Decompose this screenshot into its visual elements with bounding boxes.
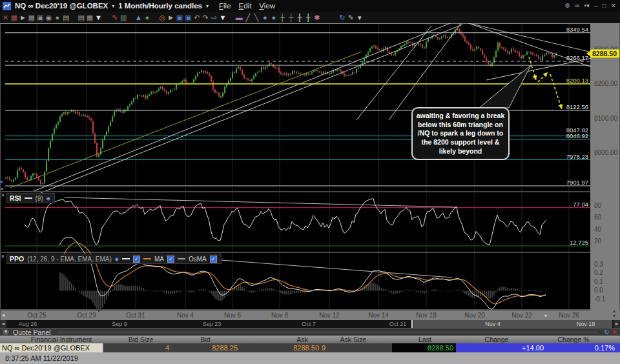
date-label: Nov 4	[177, 312, 194, 319]
legend-checkbox[interactable]: ✓	[167, 256, 174, 263]
restore-icon[interactable]: □	[603, 3, 606, 9]
trendline2-icon[interactable]: ╲	[253, 12, 260, 23]
arrow-right-icon[interactable]: ⇨	[211, 12, 218, 23]
ppo-legend: ✓MA✓OsMA✓	[122, 256, 217, 263]
scroll-marker-icon[interactable]: ▴	[1, 185, 3, 191]
chart-plot-area[interactable]	[5, 24, 590, 310]
column-header-last[interactable]: Last	[418, 336, 431, 343]
cursor-icon[interactable]: ►	[19, 12, 26, 23]
panel-icon[interactable]: ▣	[36, 12, 44, 23]
date-label: Nov 18	[416, 312, 437, 319]
overview-date-label: Nov 18	[577, 321, 595, 327]
date-label: Nov 8	[271, 312, 289, 319]
detach-icon[interactable]: ↻	[604, 329, 609, 336]
box-blue-icon[interactable]: ▣	[176, 12, 183, 23]
column-header-ask[interactable]: Ask	[296, 336, 308, 343]
column-header-bid[interactable]: Bid	[200, 336, 210, 343]
menu-file[interactable]: File	[219, 2, 231, 10]
bars-icon[interactable]: ▥	[119, 12, 127, 23]
overview-window-handle[interactable]	[411, 320, 413, 328]
marker1-icon[interactable]: ┼	[278, 12, 286, 23]
close-icon[interactable]: ✕	[611, 3, 616, 9]
close-panel-icon[interactable]: ✕	[612, 329, 617, 336]
undo-icon[interactable]: ↶	[193, 12, 201, 23]
rsi-edit-icon[interactable]: ◆	[46, 196, 50, 201]
eraser-icon[interactable]: ▬	[235, 12, 243, 23]
layout-icon[interactable]: ▦	[86, 12, 94, 23]
overview-date-label: Oct 21	[389, 321, 407, 327]
collapse-quote-panel-icon[interactable]: ▼	[3, 329, 9, 335]
legend-label: MA	[154, 256, 164, 263]
triangle-tool-icon[interactable]: ▲	[135, 12, 143, 23]
ppo-panel-header: PPO (12, 26, 9 - EMA, EMA, EMA) ◆ ✓MA✓Os…	[6, 254, 222, 264]
chart-annotation-note[interactable]: awaiting & favoring a break below this 6…	[411, 107, 510, 160]
minimize-icon[interactable]: –	[594, 3, 598, 9]
circle-tool-icon[interactable]: ●	[143, 12, 151, 23]
chart-canvas[interactable]: Oct 25Oct 29Oct 31Nov 4Nov 6Nov 8Nov 12N…	[0, 0, 620, 364]
draw-pencil-icon[interactable]: ✎	[111, 12, 119, 23]
date-label: Nov 20	[464, 312, 485, 319]
grid-red-icon[interactable]: ▦	[10, 12, 18, 23]
ppo-close-icon[interactable]: ✕	[1, 254, 5, 259]
annotate-icon[interactable]: ✎	[347, 12, 355, 23]
scroll-left-button[interactable]: ◄	[0, 320, 6, 328]
overview-visible-window[interactable]: Nov 4Nov 18	[413, 320, 612, 328]
marker4-icon[interactable]: ╂	[304, 12, 312, 23]
menu-edit[interactable]: Edit	[239, 2, 252, 10]
timeframe-caret-icon[interactable]: ▾	[206, 3, 209, 9]
column-header-change-[interactable]: Change %	[557, 336, 589, 343]
grid-icon[interactable]: ▦	[28, 12, 36, 23]
date-label: Nov 12	[319, 312, 340, 319]
date-label: Nov 14	[368, 312, 389, 319]
legend-checkbox[interactable]: ✓	[133, 256, 140, 263]
ppo-tick-label: -0.1	[594, 296, 606, 303]
quote-table-header: Financial InstrumentBid SizeBidAskAsk Si…	[0, 336, 620, 343]
ppo-edit-icon[interactable]: ◆	[115, 256, 119, 262]
image-icon[interactable]: ▤	[62, 12, 70, 23]
pointer-icon[interactable]: ►	[167, 12, 175, 23]
settings-icon[interactable]: ⚙	[564, 3, 570, 9]
marker2-icon[interactable]: ┼	[287, 12, 295, 23]
title-bar: NQ ∞ Dec20'19 @GLOBEX ▾ 1 Month/Hourly c…	[0, 0, 620, 12]
menu-view[interactable]: View	[259, 2, 275, 10]
refresh-icon[interactable]: ↻	[338, 12, 346, 23]
instrument-cell[interactable]: NQ ∞ Dec20'19 @GLOBEX	[0, 343, 103, 352]
image2-icon[interactable]: ▤	[78, 12, 85, 23]
column-header-ask-size[interactable]: Ask Size	[340, 336, 367, 343]
chart-overview-bar[interactable]: Nov 4Nov 18Aug 26Sep 9Sep 23Oct 7Oct 21◄…	[0, 320, 620, 328]
overview-date-label: Nov 4	[485, 321, 501, 327]
close-chart-icon[interactable]: ✕	[2, 12, 10, 23]
timeframe-selector[interactable]: 1 Month/Hourly candles	[118, 2, 202, 10]
dropdown2-icon[interactable]: ▼	[219, 12, 227, 23]
price-marker-icon[interactable]: ▸	[1, 179, 3, 185]
quote-table-row[interactable]: NQ ∞ Dec20'19 @GLOBEX 4 8288.25 8288.50 …	[0, 343, 620, 352]
column-header-change[interactable]: Change	[485, 336, 509, 343]
column-header-bid-size[interactable]: Bid Size	[129, 336, 154, 343]
target-icon[interactable]: ◎	[158, 12, 166, 23]
rsi-close-icon[interactable]: ✕	[1, 192, 5, 198]
ppo-tick-label: 0.0	[594, 287, 603, 294]
scroll-right-button[interactable]: ►	[614, 320, 620, 328]
symbol-caret-icon[interactable]: ▾	[112, 3, 114, 9]
lens-icon[interactable]: ◉	[45, 12, 53, 23]
pin-icon[interactable]: ▪▾	[584, 3, 590, 9]
divider	[57, 332, 597, 332]
symbol-title[interactable]: NQ ∞ Dec20'19 @GLOBEX	[15, 2, 108, 10]
redo-icon[interactable]: ↷	[202, 12, 209, 23]
link-icon[interactable]: ∞	[575, 3, 579, 9]
scroll-left-icon[interactable]: ◄	[1, 312, 6, 318]
column-header-financial-instrument[interactable]: Financial Instrument	[31, 336, 92, 343]
quote-panel-icons: ↻✕	[604, 329, 617, 336]
trendline-icon[interactable]: ╱	[244, 12, 252, 23]
dot-icon[interactable]: ●	[54, 12, 61, 23]
box-blue2-icon[interactable]: ▣	[184, 12, 192, 23]
small-caret-icon[interactable]: ▾	[356, 12, 364, 23]
rsi-tick-label: 40	[594, 226, 602, 233]
marker3-icon[interactable]: ╂	[296, 12, 304, 23]
flower-icon[interactable]: ✱	[313, 12, 321, 23]
ppo-tick-label: 0.2	[594, 269, 603, 276]
dropdown-icon[interactable]: ▼	[94, 12, 102, 23]
zoom-out-icon[interactable]: ●	[270, 12, 278, 23]
legend-checkbox[interactable]: ✓	[210, 256, 217, 263]
zoom-in-icon[interactable]: ●	[261, 12, 269, 23]
